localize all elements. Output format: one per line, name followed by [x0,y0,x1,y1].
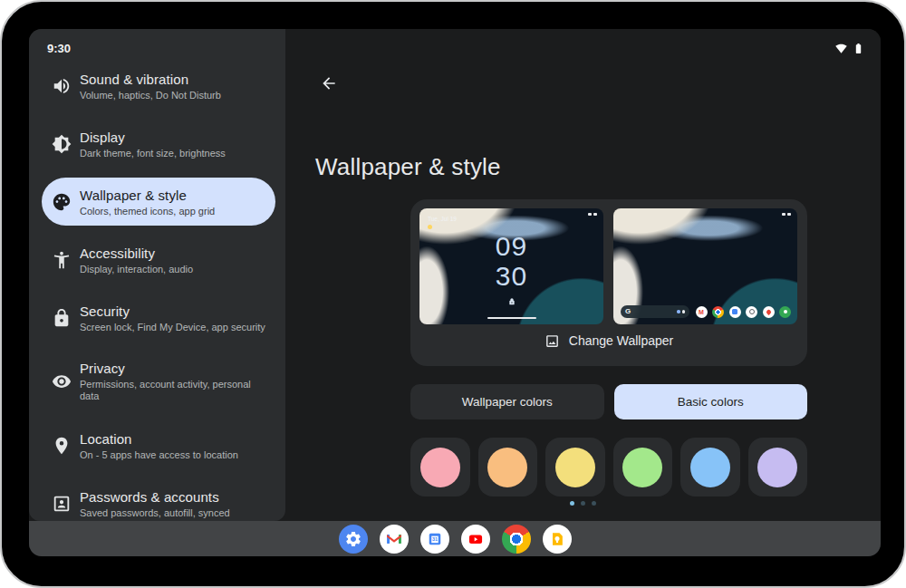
settings-sidebar: 9:30 Sound & vibration Volume, haptics, … [29,29,285,521]
dock-gmail-icon[interactable] [380,525,409,554]
homescreen-preview: G M [613,208,797,324]
swatch-orange-circle [487,448,527,487]
preview-status-icons [782,213,791,216]
item-title: Passwords & accounts [80,489,230,505]
wallpaper-preview-card: Tue, Jul 19 09 30 [410,199,807,366]
brightness-icon [51,133,72,155]
swatch-yellow[interactable] [545,438,605,496]
sidebar-items: Sound & vibration Volume, haptics, Do No… [29,62,285,521]
swatch-blue[interactable] [680,438,740,496]
page-dot [592,501,596,506]
color-swatches [410,438,807,496]
back-arrow-icon [320,74,338,92]
swatch-pink[interactable] [410,438,470,496]
item-subtitle: Volume, haptics, Do Not Disturb [80,90,221,101]
lockscreen-preview: Tue, Jul 19 09 30 [419,208,603,324]
item-subtitle: Colors, themed icons, app grid [80,206,215,217]
preview-home-indicator [487,317,536,320]
item-title: Security [80,304,265,319]
taskbar: 31 [29,521,881,556]
sidebar-item-privacy[interactable]: Privacy Permissions, account activity, p… [29,352,285,411]
wifi-icon [835,43,847,54]
wallpaper-image-icon [545,333,560,349]
main-pane: Wallpaper & style Tue, Jul 19 09 30 [285,29,881,521]
swatch-pink-circle [420,448,460,487]
volume-icon [51,75,72,97]
tab-wallpaper-colors[interactable]: Wallpaper colors [410,384,604,419]
dock-youtube-icon[interactable] [461,525,490,554]
sidebar-item-security[interactable]: Security Screen lock, Find My Device, ap… [29,294,285,342]
item-title: Location [80,431,238,447]
preview-maps-icon [763,306,775,318]
accessibility-icon [51,249,72,271]
item-title: Privacy [80,361,261,376]
status-icons [835,43,864,54]
dock-settings-icon[interactable] [339,525,368,554]
color-mode-tabs: Wallpaper colors Basic colors [410,384,807,419]
swatch-green-circle [622,448,662,487]
sidebar-item-passwords-accounts[interactable]: Passwords & accounts Saved passwords, au… [29,479,285,521]
google-g-icon: G [625,308,631,315]
preview-clock: 09 30 [496,231,527,291]
status-time: 9:30 [47,42,71,55]
sidebar-item-sound-vibration[interactable]: Sound & vibration Volume, haptics, Do No… [29,62,285,110]
item-subtitle: Screen lock, Find My Device, app securit… [80,322,265,333]
back-button[interactable] [319,74,339,94]
sidebar-item-accessibility[interactable]: Accessibility Display, interaction, audi… [29,236,285,284]
change-wallpaper-button[interactable]: Change Wallpaper [410,324,807,357]
item-subtitle: Display, interaction, audio [80,264,193,275]
page-dot-active [570,501,574,506]
item-title: Accessibility [80,246,193,261]
dock-calendar-icon[interactable]: 31 [420,525,449,554]
swatch-yellow-circle [555,448,595,487]
item-subtitle: Saved passwords, autofill, synced [80,507,230,518]
preview-gmail-icon: M [696,306,708,318]
preview-date: Tue, Jul 19 [428,216,457,223]
palette-icon [51,191,72,213]
swatch-purple[interactable] [748,438,808,496]
account-card-icon [51,493,72,515]
page-title: Wallpaper & style [315,153,501,181]
item-title: Wallpaper & style [80,188,215,203]
preview-dock: G M [621,305,791,318]
dock-keep-icon[interactable] [543,525,572,554]
preview-pay-icon [779,306,791,318]
page-dot [581,501,585,506]
item-subtitle: Permissions, account activity, personal … [80,379,261,402]
sidebar-item-wallpaper-style[interactable]: Wallpaper & style Colors, themed icons, … [42,178,275,226]
change-wallpaper-label: Change Wallpaper [569,333,673,348]
privacy-eye-icon [51,371,72,392]
sidebar-item-display[interactable]: Display Dark theme, font size, brightnes… [29,120,285,168]
swatch-green[interactable] [613,438,673,496]
lock-icon [51,307,72,329]
svg-text:31: 31 [431,536,437,542]
tablet-bezel: 9:30 Sound & vibration Volume, haptics, … [0,0,906,588]
item-title: Sound & vibration [80,72,221,87]
preview-weather-icon [428,225,432,229]
screen: 9:30 Sound & vibration Volume, haptics, … [29,29,881,556]
preview-calendar-icon [729,306,741,318]
tab-basic-colors[interactable]: Basic colors [614,384,808,419]
battery-icon [853,43,864,54]
dock-chrome-icon[interactable] [502,525,531,554]
preview-status-icons [588,213,597,216]
item-subtitle: Dark theme, font size, brightness [80,148,226,159]
preview-lock-icon [508,293,516,309]
item-title: Display [80,130,226,145]
preview-chrome-icon [712,306,724,318]
item-subtitle: On - 5 apps have access to location [80,449,238,460]
wallpaper-previews: Tue, Jul 19 09 30 [410,199,807,324]
location-pin-icon [51,435,72,457]
preview-search-icons [677,310,685,313]
swatch-blue-circle [690,448,730,487]
sidebar-item-location[interactable]: Location On - 5 apps have access to loca… [29,421,285,469]
preview-camera-icon [746,306,757,318]
swatch-orange[interactable] [478,438,538,496]
swatch-page-dots [285,501,881,506]
preview-app-row: M [696,306,792,318]
swatch-purple-circle [757,448,797,487]
preview-search-bar: G [621,305,689,318]
